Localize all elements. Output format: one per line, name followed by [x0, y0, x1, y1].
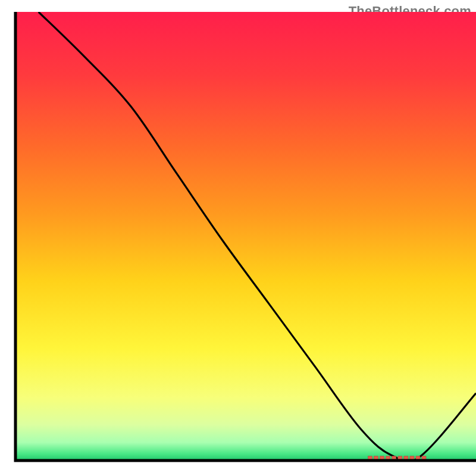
chart-canvas	[0, 0, 476, 476]
gradient-background	[15, 12, 476, 461]
chart-stage: TheBottleneck.com	[0, 0, 476, 476]
